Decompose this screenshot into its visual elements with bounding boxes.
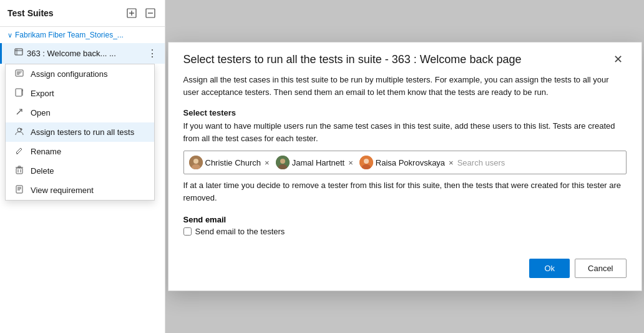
svg-rect-25 <box>16 186 22 193</box>
assign-config-icon <box>14 69 24 79</box>
sidebar-header-icons <box>125 6 157 20</box>
modal-description: Assign all the test cases in this test s… <box>183 74 627 98</box>
svg-rect-12 <box>16 89 22 96</box>
avatar-christie <box>189 156 203 169</box>
modal-title: Select testers to run all the tests in s… <box>183 53 522 66</box>
menu-item-open[interactable]: Open <box>6 103 154 122</box>
menu-item-export[interactable]: Export <box>6 84 154 103</box>
search-users-placeholder: Search users <box>457 157 505 169</box>
send-email-checkbox[interactable] <box>183 227 192 236</box>
testers-input-box[interactable]: Christie Church × Jamal Hartnett × <box>183 151 627 174</box>
tester-chip-raisa: Raisa Pokrovskaya × <box>359 156 455 169</box>
sidebar-title: Test Suites <box>7 8 54 18</box>
suite-item[interactable]: 363 : Welcome back... ... ⋮ <box>0 43 165 64</box>
tester-name-raisa: Raisa Pokrovskaya <box>376 158 445 167</box>
sidebar: Test Suites ∨ Fabrikam Fiber Team_Storie… <box>0 0 165 333</box>
modal-note: If at a later time you decide to remove … <box>183 179 627 204</box>
menu-item-view-requirement[interactable]: View requirement <box>6 181 154 200</box>
modal-header: Select testers to run all the tests in s… <box>168 42 642 74</box>
cancel-button[interactable]: Cancel <box>575 259 626 278</box>
modal-body: Assign all the test cases in this test s… <box>168 74 642 249</box>
menu-item-delete[interactable]: Delete <box>6 161 154 181</box>
select-testers-heading: Select testers <box>183 108 627 117</box>
tester-name-jamal: Jamal Hartnett <box>292 158 345 167</box>
remove-tester-raisa-button[interactable]: × <box>447 159 455 167</box>
suite-item-label: 363 : Welcome back... ... <box>27 49 145 58</box>
avatar-raisa <box>359 156 373 169</box>
menu-item-label: Delete <box>31 166 54 176</box>
suite-item-more-button[interactable]: ⋮ <box>145 46 160 61</box>
tester-chip-christie: Christie Church × <box>189 156 271 169</box>
add-suite-button[interactable] <box>125 6 139 20</box>
modal-footer: Ok Cancel <box>168 249 642 291</box>
open-icon <box>14 107 24 118</box>
remove-tester-christie-button[interactable]: × <box>263 159 271 167</box>
menu-item-assign-configurations[interactable]: Assign configurations <box>6 64 154 84</box>
remove-tester-jamal-button[interactable]: × <box>347 159 354 167</box>
tester-chip-jamal: Jamal Hartnett × <box>276 156 354 169</box>
menu-item-assign-testers[interactable]: Assign testers to run all tests <box>6 122 154 142</box>
sidebar-header: Test Suites <box>0 0 165 27</box>
team-label: Fabrikam Fiber Team_Stories_... <box>15 31 124 39</box>
ok-button[interactable]: Ok <box>529 259 570 278</box>
menu-item-label: View requirement <box>31 186 94 195</box>
modal: Select testers to run all the tests in s… <box>168 42 642 291</box>
rename-icon <box>14 146 24 157</box>
send-email-checkbox-row: Send email to the testers <box>183 227 627 236</box>
team-row[interactable]: ∨ Fabrikam Fiber Team_Stories_... <box>0 27 165 43</box>
menu-item-rename[interactable]: Rename <box>6 142 154 161</box>
modal-close-button[interactable]: ✕ <box>610 52 627 66</box>
svg-point-30 <box>193 159 198 164</box>
export-icon <box>14 88 24 99</box>
assign-testers-icon <box>14 127 24 137</box>
main-area: Select testers to run all the tests in s… <box>165 0 644 333</box>
remove-suite-button[interactable] <box>144 6 157 20</box>
menu-item-label: Rename <box>31 147 61 156</box>
chevron-icon: ∨ <box>7 31 12 39</box>
avatar-jamal <box>276 156 290 169</box>
svg-line-15 <box>17 109 22 114</box>
tester-name-christie: Christie Church <box>205 158 261 167</box>
menu-item-label: Assign configurations <box>31 69 108 79</box>
svg-rect-20 <box>16 168 22 174</box>
send-email-label[interactable]: Send email to the testers <box>195 227 285 236</box>
context-menu: Assign configurations Export Open <box>5 64 155 201</box>
send-email-heading: Send email <box>183 215 627 224</box>
svg-rect-24 <box>18 166 21 167</box>
svg-point-33 <box>280 159 285 164</box>
menu-item-label: Assign testers to run all tests <box>31 127 134 137</box>
svg-point-36 <box>364 159 369 164</box>
menu-item-label: Export <box>31 89 54 98</box>
svg-point-16 <box>17 128 21 132</box>
view-requirement-icon <box>14 185 24 196</box>
send-email-section: Send email Send email to the testers <box>183 215 627 236</box>
suite-icon <box>14 48 23 59</box>
menu-item-label: Open <box>31 108 51 117</box>
svg-rect-5 <box>15 49 22 55</box>
delete-icon <box>14 166 24 176</box>
select-testers-desc: If you want to have multiple users run t… <box>183 120 627 144</box>
